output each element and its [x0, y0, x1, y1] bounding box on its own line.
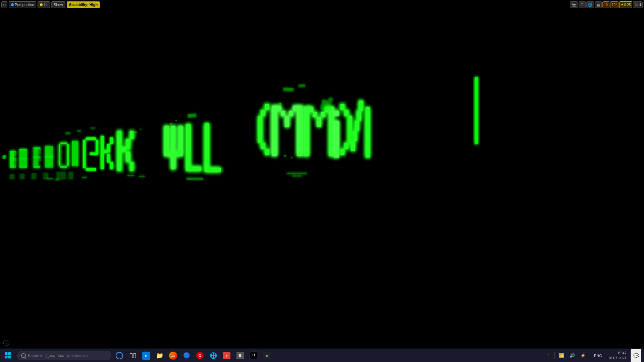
svg-rect-42 [117, 131, 121, 171]
clock[interactable]: 19:47 10.07.2021 [605, 351, 629, 360]
scale-value: 0.25 [624, 3, 631, 7]
right-toolbar: 📷 ⏱ 🌐 ▦ 10 10° ✱ 0.25 🎥 4 [569, 0, 644, 9]
svg-rect-120 [139, 176, 145, 177]
camera-speed-value: 4 [639, 3, 641, 7]
svg-rect-79 [348, 116, 352, 143]
scale-btn[interactable]: ✱ 0.25 [619, 1, 632, 8]
language-btn[interactable]: ENG [592, 349, 604, 362]
svg-rect-49 [164, 126, 169, 153]
3d-viewport[interactable] [0, 0, 644, 349]
svg-rect-100 [10, 174, 14, 179]
search-box[interactable] [17, 351, 111, 360]
grid-size-value: 10 [604, 3, 608, 7]
task-view-btn[interactable] [126, 349, 140, 362]
svg-rect-34 [90, 153, 98, 155]
svg-rect-86 [351, 141, 355, 151]
svg-rect-82 [359, 101, 363, 111]
vivaldi-btn[interactable]: V [220, 349, 233, 362]
svg-rect-33 [96, 140, 98, 153]
perspective-btn[interactable]: Perspective [9, 1, 36, 8]
chrome2-btn[interactable]: 🌐 [207, 349, 220, 362]
show-btn[interactable]: Show [51, 1, 65, 8]
svg-rect-64 [285, 116, 289, 127]
svg-rect-9 [10, 158, 15, 160]
svg-rect-60 [265, 149, 269, 155]
scene-canvas [0, 0, 644, 349]
chrome-btn[interactable]: 🔵 [180, 349, 193, 362]
volume-btn[interactable]: 🔊 [568, 349, 577, 362]
svg-rect-0 [0, 0, 644, 349]
volume-icon: 🔊 [570, 353, 575, 358]
notification-btn[interactable]: 💬 [631, 349, 641, 362]
svg-rect-104 [57, 172, 65, 180]
search-icon [21, 353, 26, 358]
firefox-btn[interactable]: 🦊 [166, 349, 180, 362]
svg-rect-87 [366, 107, 370, 158]
svg-rect-53 [186, 167, 201, 171]
rotation-value: 10° [612, 3, 617, 7]
svg-rect-30 [75, 141, 78, 166]
media-player-btn[interactable]: ▶ [260, 349, 274, 362]
lit-btn[interactable]: Lit [38, 1, 50, 8]
realtime-btn[interactable]: ⏱ [579, 1, 586, 8]
taskbar: e 📁 🦊 🔵 O 🌐 V 🖩 U [0, 349, 644, 362]
cortana-btn[interactable] [113, 349, 126, 362]
scalability-btn[interactable]: Scalability: High [67, 1, 100, 8]
svg-rect-75 [334, 111, 339, 116]
camera-speed-btn[interactable]: 🎥 4 [633, 1, 643, 8]
svg-rect-35 [86, 168, 96, 171]
tray-chevron-btn[interactable]: ^ [544, 349, 552, 362]
svg-rect-105 [69, 172, 73, 180]
grid-toggle-btn[interactable]: ▦ [595, 1, 602, 8]
svg-rect-69 [309, 107, 313, 112]
svg-rect-66 [293, 106, 297, 111]
svg-rect-119 [127, 175, 134, 176]
search-input[interactable] [28, 353, 102, 358]
windows-logo-icon [5, 352, 11, 359]
perspective-label: Perspective [15, 3, 34, 7]
calculator-btn[interactable]: 🖩 [233, 349, 247, 362]
power-btn[interactable]: ⚡ [578, 349, 588, 362]
svg-rect-27 [67, 144, 69, 166]
svg-rect-10 [10, 166, 15, 168]
start-button[interactable] [0, 349, 16, 362]
chrome-icon: 🔵 [182, 352, 191, 360]
svg-rect-46 [126, 152, 130, 162]
svg-rect-88 [475, 77, 478, 144]
grid-icon: ▦ [597, 3, 600, 7]
svg-rect-47 [130, 162, 133, 171]
calculator-icon: 🖩 [236, 352, 244, 359]
svg-rect-28 [60, 166, 67, 168]
power-icon: ⚡ [580, 353, 586, 358]
camera-icon-btn[interactable]: 📷 [570, 1, 578, 8]
edge-btn[interactable]: e [140, 349, 153, 362]
svg-rect-94 [299, 84, 305, 87]
help-icon[interactable]: ? [3, 340, 9, 346]
maximize-btn[interactable]: ⊡ [1, 1, 7, 8]
rotation-btn[interactable]: 10° [610, 1, 619, 8]
grid-size-btn[interactable]: 10 [602, 1, 609, 8]
language-label: ENG [594, 354, 602, 358]
unreal-engine-btn[interactable]: U [247, 349, 260, 362]
svg-rect-1 [3, 156, 4, 159]
svg-rect-24 [45, 156, 53, 158]
svg-rect-8 [10, 151, 15, 152]
svg-rect-14 [19, 158, 27, 159]
cortana-icon [116, 352, 123, 359]
camera-icon: 📷 [572, 3, 576, 7]
svg-rect-36 [101, 136, 104, 169]
svg-rect-37 [104, 150, 107, 153]
view3d-btn[interactable]: 🌐 [586, 1, 594, 8]
svg-rect-78 [344, 110, 348, 116]
opera-btn[interactable]: O [193, 349, 207, 362]
svg-rect-63 [281, 111, 285, 116]
tray-separator-2 [590, 352, 590, 359]
time-display: 19:47 [617, 351, 627, 355]
wifi-btn[interactable]: 📶 [557, 349, 566, 362]
realtime-icon: ⏱ [580, 3, 584, 7]
svg-rect-55 [205, 168, 221, 172]
svg-rect-71 [317, 117, 321, 127]
svg-rect-26 [59, 144, 60, 166]
file-explorer-btn[interactable]: 📁 [153, 349, 166, 362]
svg-rect-61 [272, 106, 277, 156]
